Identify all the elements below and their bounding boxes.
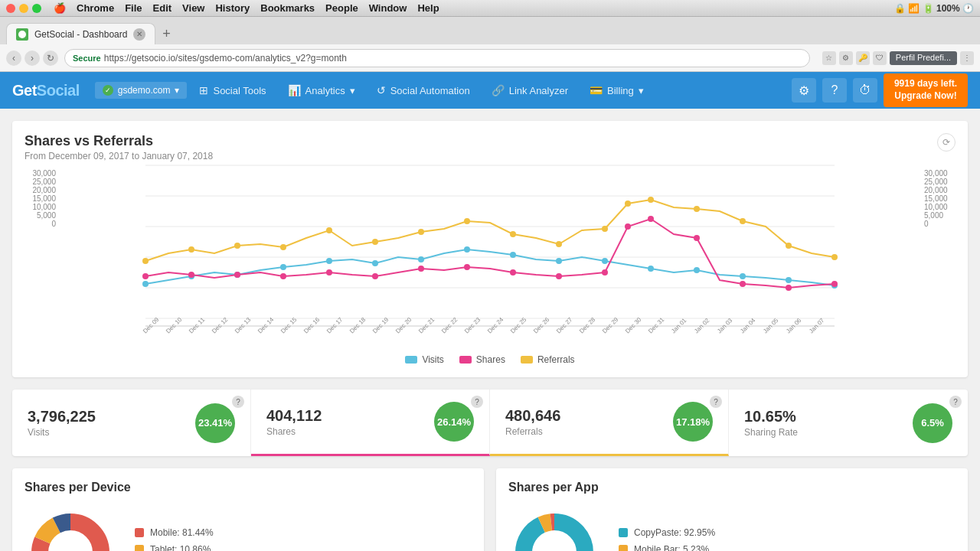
logo-text: Get xyxy=(12,82,37,99)
svg-point-13 xyxy=(372,260,378,266)
referrals-label: Referrals xyxy=(537,354,575,365)
nav-link-analyzer[interactable]: 🔗 Link Analyzer xyxy=(482,72,577,109)
referrals-info: 480,646 Referrals xyxy=(505,407,560,437)
app-donut-legend: CopyPaste: 92.95% Mobile Bar: 5.23% Inli… xyxy=(619,527,715,551)
svg-point-34 xyxy=(602,226,608,232)
referrals-help-icon[interactable]: ? xyxy=(710,396,722,408)
app-name[interactable]: Chrome xyxy=(77,2,114,14)
site-check-icon: ✓ xyxy=(103,85,113,96)
extension-icon-3[interactable]: 🛡 xyxy=(873,51,887,65)
legend-referrals: Referrals xyxy=(521,354,575,365)
nav-social-tools-label: Social Tools xyxy=(213,85,266,96)
mobile-legend-item: Mobile: 81.44% xyxy=(135,527,215,538)
mobilebar-legend-item: Mobile Bar: 5.23% xyxy=(619,544,715,551)
bookmarks-menu[interactable]: Bookmarks xyxy=(260,2,315,14)
upgrade-line1: 9919 days left. xyxy=(894,78,957,90)
timer-button[interactable]: ⏱ xyxy=(853,78,877,103)
svg-point-50 xyxy=(556,273,562,279)
maximize-window-button[interactable] xyxy=(32,4,41,13)
mobilebar-label: Mobile Bar: 5.23% xyxy=(634,544,709,551)
tab-close-button[interactable]: ✕ xyxy=(133,28,145,41)
svg-point-40 xyxy=(831,254,838,260)
apple-menu[interactable]: 🍎 xyxy=(54,2,66,14)
window-menu[interactable]: Window xyxy=(369,2,407,14)
sharing-rate-help-icon[interactable]: ? xyxy=(949,396,962,408)
tablet-label: Tablet: 10.86% xyxy=(150,544,211,551)
extension-icon-2[interactable]: 🔑 xyxy=(856,51,870,65)
donut-charts-row: Shares per Device Mobile: 81.44 xyxy=(12,468,968,551)
device-donut-legend: Mobile: 81.44% Tablet: 10.86% Desktop: 7… xyxy=(135,527,215,551)
svg-point-49 xyxy=(510,269,516,276)
nav-billing[interactable]: 💳 Billing ▾ xyxy=(580,72,653,109)
upgrade-button[interactable]: 9919 days left. Upgrade Now! xyxy=(884,73,968,106)
svg-point-41 xyxy=(142,273,149,279)
nav-billing-label: Billing xyxy=(607,85,634,96)
window-controls[interactable] xyxy=(6,4,41,13)
chart-wrapper: 30,00025,00020,00015,00010,0005,0000 .gr… xyxy=(24,161,956,348)
svg-point-35 xyxy=(625,201,631,207)
back-button[interactable]: ‹ xyxy=(6,51,21,66)
svg-point-32 xyxy=(510,231,516,237)
shares-number: 404,112 xyxy=(266,407,322,425)
svg-point-18 xyxy=(602,258,608,264)
card-title-block: Shares vs Referrals From December 09, 20… xyxy=(24,133,213,161)
nav-social-tools[interactable]: ⊞ Social Tools xyxy=(190,72,275,109)
svg-point-39 xyxy=(786,243,792,249)
help-menu[interactable]: Help xyxy=(417,2,439,14)
svg-point-38 xyxy=(740,218,746,224)
url-bar[interactable]: Secure https://getsocio.io/sites/gsdemo-… xyxy=(64,49,810,67)
svg-point-21 xyxy=(740,273,746,279)
bookmark-button[interactable]: ☆ xyxy=(822,51,836,65)
svg-point-8 xyxy=(142,281,149,287)
minimize-window-button[interactable] xyxy=(19,4,28,13)
active-tab[interactable]: GetSocial - Dashboard ✕ xyxy=(6,23,155,44)
shares-label: Shares xyxy=(476,354,505,365)
site-selector[interactable]: ✓ gsdemo.com ▾ xyxy=(95,82,188,99)
analytics-dropdown-icon: ▾ xyxy=(350,85,355,96)
copypaste-color xyxy=(619,528,628,537)
app-navigation: GetSocial ✓ gsdemo.com ▾ ⊞ Social Tools … xyxy=(0,72,980,109)
visits-badge: 23.41% xyxy=(195,403,235,443)
extension-icon-1[interactable]: ⚙ xyxy=(839,51,853,65)
shares-per-app-title: Shares per App xyxy=(508,481,956,494)
people-menu[interactable]: People xyxy=(325,2,358,14)
view-menu[interactable]: View xyxy=(182,2,204,14)
nav-right-actions: ⚙ ? ⏱ 9919 days left. Upgrade Now! xyxy=(792,73,968,106)
help-button[interactable]: ? xyxy=(822,78,847,103)
chrome-menu-button[interactable]: ⋮ xyxy=(960,51,974,65)
nav-social-automation[interactable]: ↺ Social Automation xyxy=(368,72,479,109)
svg-point-33 xyxy=(556,241,562,247)
svg-point-45 xyxy=(326,269,332,276)
site-name: gsdemo.com xyxy=(118,85,171,96)
legend-visits: Visits xyxy=(405,354,443,365)
history-menu[interactable]: History xyxy=(215,2,250,14)
card-header: Shares vs Referrals From December 09, 20… xyxy=(24,133,956,161)
settings-button[interactable]: ⚙ xyxy=(792,78,816,103)
reload-button[interactable]: ↻ xyxy=(43,51,58,66)
shares-per-device-title: Shares per Device xyxy=(24,481,472,494)
chart-settings-button[interactable]: ⟳ xyxy=(937,133,956,152)
file-menu[interactable]: File xyxy=(125,2,142,14)
billing-icon: 💳 xyxy=(590,84,603,96)
profile-button[interactable]: Perfil Predefi... xyxy=(890,51,957,65)
chart-svg: .grid-line { stroke: #e8e8e8; stroke-wid… xyxy=(62,161,918,345)
referrals-label-text: Referrals xyxy=(505,426,560,437)
copypaste-label: CopyPaste: 92.95% xyxy=(634,527,715,538)
secure-badge: Secure xyxy=(73,54,101,63)
shares-help-icon[interactable]: ? xyxy=(471,396,483,408)
chart-area: .grid-line { stroke: #e8e8e8; stroke-wid… xyxy=(62,161,918,348)
close-window-button[interactable] xyxy=(6,4,15,13)
visits-help-icon[interactable]: ? xyxy=(232,396,244,408)
edit-menu[interactable]: Edit xyxy=(153,2,172,14)
nav-analytics[interactable]: 📊 Analytics ▾ xyxy=(279,72,364,109)
shares-vs-referrals-card: Shares vs Referrals From December 09, 20… xyxy=(12,121,968,377)
mobile-color xyxy=(135,528,144,537)
svg-point-25 xyxy=(188,246,194,253)
forward-button[interactable]: › xyxy=(24,51,40,66)
tab-title: GetSocial - Dashboard xyxy=(34,29,127,40)
mobile-label: Mobile: 81.44% xyxy=(150,527,214,538)
new-tab-button[interactable]: + xyxy=(155,24,177,43)
nav-social-automation-label: Social Automation xyxy=(390,85,470,96)
stat-referrals: ? 480,646 Referrals 17.18% xyxy=(490,390,729,456)
visits-label-text: Visits xyxy=(28,427,96,438)
